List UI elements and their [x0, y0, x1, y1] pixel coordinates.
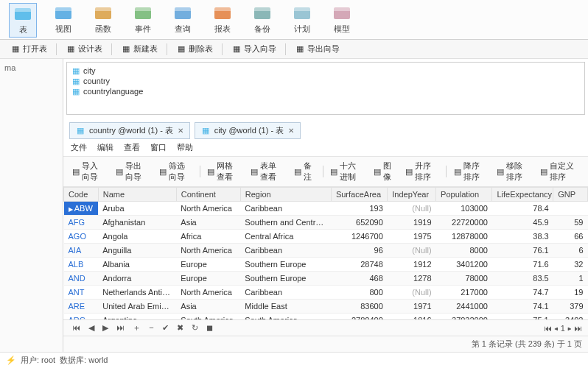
add-record-button[interactable]: ＋	[130, 323, 144, 332]
cell[interactable]: ALB	[64, 258, 99, 272]
cell[interactable]: 3402	[553, 314, 588, 320]
cell[interactable]: Caribbean	[240, 244, 331, 258]
ribbon-0[interactable]: 表	[9, 3, 37, 38]
cell[interactable]: (Null)	[388, 244, 436, 258]
page-first-button[interactable]: ⏮	[544, 324, 552, 333]
col-GNP[interactable]: GNP	[553, 188, 588, 202]
table-row[interactable]: AFGAfghanistanAsiaSouthern and Central A…	[64, 216, 588, 230]
gridtool-11[interactable]: ▤自定义排序	[536, 159, 584, 184]
table-row[interactable]: AGOAngolaAfricaCentral Africa12467001975…	[64, 230, 588, 244]
cell[interactable]: 38.3	[492, 230, 553, 244]
prev-record-button[interactable]: ◀	[85, 323, 97, 332]
menu-查看[interactable]: 查看	[124, 142, 140, 153]
cell[interactable]: 3401200	[436, 258, 492, 272]
new-table-button[interactable]: ▦新建表	[116, 42, 162, 56]
menu-帮助[interactable]: 帮助	[177, 142, 193, 153]
col-SurfaceArea[interactable]: SurfaceArea	[331, 188, 387, 202]
cell[interactable]: Aruba	[98, 202, 176, 216]
cell[interactable]: North America	[176, 286, 240, 300]
gridtool-2[interactable]: ▤筛选向导	[155, 159, 197, 184]
cell[interactable]: North America	[176, 244, 240, 258]
cell[interactable]: Albania	[98, 258, 176, 272]
gridtool-9[interactable]: ▤降序排序	[449, 159, 491, 184]
ribbon-1[interactable]: 视图	[50, 3, 77, 38]
page-last-button[interactable]: ⏭	[574, 324, 582, 333]
gridtool-0[interactable]: ▤导入向导	[68, 159, 110, 184]
cell[interactable]: Anguilla	[98, 244, 176, 258]
ribbon-8[interactable]: 模型	[329, 3, 355, 38]
gridtool-7[interactable]: ▤图像	[369, 159, 399, 184]
last-record-button[interactable]: ⏭	[113, 323, 127, 332]
cell[interactable]: Middle East	[240, 300, 331, 314]
cell[interactable]: 12878000	[436, 230, 492, 244]
cell[interactable]: Andorra	[98, 272, 176, 286]
cell[interactable]	[553, 202, 588, 216]
close-icon[interactable]: ✕	[178, 127, 183, 135]
cell[interactable]: ANT	[64, 286, 99, 300]
commit-button[interactable]: ✔	[159, 323, 172, 332]
cell[interactable]: 1278	[388, 272, 436, 286]
page-prev-button[interactable]: ◀	[554, 324, 559, 333]
table-row[interactable]: ARGArgentinaSouth AmericaSouth America27…	[64, 314, 588, 320]
cell[interactable]: ABW	[64, 202, 99, 216]
cell[interactable]: 103000	[436, 202, 492, 216]
cell[interactable]: AND	[64, 272, 99, 286]
tree-node[interactable]: ma	[4, 63, 58, 72]
menu-窗口[interactable]: 窗口	[150, 142, 167, 153]
table-row[interactable]: ABWArubaNorth AmericaCaribbean193(Null)1…	[64, 202, 588, 216]
cell[interactable]: 1912	[388, 258, 436, 272]
cell[interactable]: Argentina	[98, 314, 176, 320]
open-table-button[interactable]: ▦打开表	[6, 42, 52, 56]
refresh-button[interactable]: ↻	[189, 323, 201, 332]
cell[interactable]: North America	[176, 202, 240, 216]
cell[interactable]: 76.1	[492, 244, 553, 258]
cell[interactable]: South America	[240, 314, 331, 320]
import-wizard-button[interactable]: ▦导入向导	[227, 42, 281, 56]
cell[interactable]: 22720000	[436, 216, 492, 230]
cell[interactable]: 1919	[388, 216, 436, 230]
cell[interactable]: Central Africa	[240, 230, 331, 244]
table-row[interactable]: AREUnited Arab EmiratesAsiaMiddle East83…	[64, 300, 588, 314]
gridtool-6[interactable]: ▤十六进制	[326, 159, 368, 184]
gridtool-3[interactable]: ▤网格查看	[203, 159, 245, 184]
cell[interactable]: 19	[553, 286, 588, 300]
close-icon[interactable]: ✕	[288, 127, 294, 135]
table-row[interactable]: AIAAnguillaNorth AmericaCaribbean96(Null…	[64, 244, 588, 258]
cell[interactable]: 193	[331, 202, 387, 216]
cell[interactable]: Europe	[176, 272, 240, 286]
table-row[interactable]: ALBAlbaniaEuropeSouthern Europe287481912…	[64, 258, 588, 272]
cell[interactable]: 78.4	[492, 202, 553, 216]
gridtool-4[interactable]: ▤表单查看	[246, 159, 288, 184]
cell[interactable]: ARE	[64, 300, 99, 314]
col-Code[interactable]: Code	[64, 188, 99, 202]
cell[interactable]: 45.9	[492, 216, 553, 230]
table-item[interactable]: ▦country	[70, 76, 581, 86]
gridtool-1[interactable]: ▤导出向导	[111, 159, 153, 184]
cell[interactable]: Asia	[176, 216, 240, 230]
table-row[interactable]: ANDAndorraEuropeSouthern Europe468127878…	[64, 272, 588, 286]
cell[interactable]: Afghanistan	[98, 216, 176, 230]
cell[interactable]: AFG	[64, 216, 99, 230]
cell[interactable]: 74.7	[492, 286, 553, 300]
cell[interactable]: 59	[553, 216, 588, 230]
cell[interactable]: 37032000	[436, 314, 492, 320]
ribbon-2[interactable]: 函数	[90, 3, 116, 38]
cell[interactable]: 800	[331, 286, 387, 300]
table-item[interactable]: ▦countrylanguage	[70, 86, 581, 96]
cell[interactable]: Southern Europe	[240, 258, 331, 272]
design-table-button[interactable]: ▦设计表	[61, 42, 107, 56]
cell[interactable]: Africa	[176, 230, 240, 244]
tab-0[interactable]: ▦country @world (1) - 表✕	[69, 122, 190, 139]
cell[interactable]: 217000	[436, 286, 492, 300]
cell[interactable]: 28748	[331, 258, 387, 272]
col-Continent[interactable]: Continent	[176, 188, 240, 202]
data-grid[interactable]: CodeNameContinentRegionSurfaceAreaIndepY…	[63, 187, 588, 319]
col-LifeExpectancy[interactable]: LifeExpectancy	[492, 188, 553, 202]
gridtool-10[interactable]: ▤移除排序	[492, 159, 534, 184]
cell[interactable]: 83600	[331, 300, 387, 314]
cell[interactable]: United Arab Emirates	[98, 300, 176, 314]
delete-table-button[interactable]: ▦删除表	[172, 42, 217, 56]
cell[interactable]: South America	[176, 314, 240, 320]
first-record-button[interactable]: ⏮	[69, 323, 83, 332]
ribbon-5[interactable]: 报表	[209, 3, 236, 38]
